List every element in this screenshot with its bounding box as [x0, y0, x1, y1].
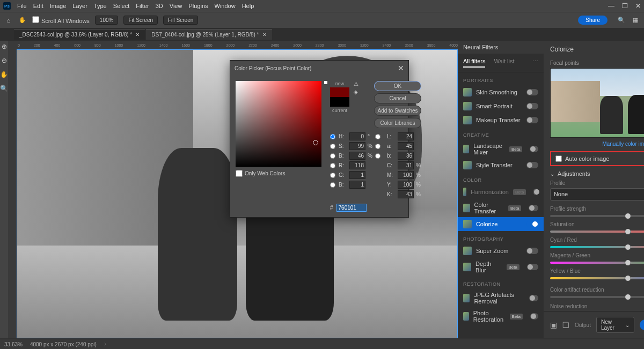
workspace-icon[interactable]: ▦ [631, 17, 640, 24]
scroll-all-windows-checkbox[interactable]: Scroll All Windows [32, 16, 90, 24]
h-radio[interactable] [330, 134, 335, 139]
tab-wait-list[interactable]: Wait list [494, 58, 514, 68]
add-swatches-button[interactable]: Add to Swatches [374, 106, 421, 116]
k-input[interactable] [398, 190, 414, 198]
menu-edit[interactable]: Edit [33, 3, 43, 9]
menu-image[interactable]: Image [50, 3, 67, 9]
filter-super-zoom[interactable]: Super Zoom [458, 244, 544, 258]
toggle[interactable] [530, 313, 538, 320]
status-chevron-icon[interactable]: 〉 [104, 341, 108, 347]
g-radio[interactable] [330, 173, 335, 178]
artifact-slider[interactable] [550, 296, 644, 298]
menu-type[interactable]: Type [94, 3, 107, 9]
picker-ok-button[interactable]: OK [374, 81, 421, 91]
toggle[interactable] [527, 264, 538, 270]
close-tab-icon[interactable]: ✕ [262, 32, 267, 38]
h-input[interactable] [349, 132, 365, 140]
filter-style-transfer[interactable]: Style Transfer [458, 158, 544, 172]
filter-harmonization[interactable]: HarmonizationBeta [458, 185, 544, 199]
l-radio[interactable] [375, 134, 380, 139]
menu-file[interactable]: File [17, 3, 27, 9]
profile-strength-slider[interactable] [550, 215, 644, 217]
hex-input[interactable] [336, 204, 367, 212]
zoom-in-icon[interactable]: ⊕ [2, 43, 7, 50]
toggle[interactable] [530, 146, 538, 152]
toggle[interactable] [526, 221, 538, 227]
document-tab-2[interactable]: DS7_0404-col.jpg @ 25% (Layer 1, RGB/8) … [146, 29, 272, 40]
filter-photo-restoration[interactable]: Photo RestorationBeta [458, 307, 544, 325]
hand-icon[interactable]: ✋ [0, 71, 8, 78]
auto-color-checkbox[interactable] [555, 155, 562, 162]
menu-window[interactable]: Window [215, 3, 236, 9]
profile-select[interactable]: None⌄ [550, 188, 644, 201]
restore-icon[interactable]: ❐ [622, 2, 628, 10]
menu-view[interactable]: View [170, 3, 182, 9]
toggle[interactable] [526, 162, 538, 168]
toggle[interactable] [526, 103, 538, 109]
zoom-out-icon[interactable]: ⊖ [2, 57, 7, 64]
toggle[interactable] [526, 117, 538, 123]
toggle[interactable] [526, 89, 538, 95]
close-icon[interactable]: ✕ [635, 2, 641, 10]
cyan-red-slider[interactable] [550, 246, 644, 248]
filter-colorize[interactable]: Colorize [458, 217, 544, 231]
manually-color-link[interactable]: Manually color image [550, 141, 644, 147]
m-input[interactable] [398, 171, 414, 179]
filter-landscape-mixer[interactable]: Landscape MixerBeta [458, 140, 544, 158]
menu-3d[interactable]: 3D [156, 3, 163, 9]
dialog-close-icon[interactable]: ✕ [398, 64, 404, 72]
a-input[interactable] [398, 142, 414, 150]
minimize-icon[interactable]: — [608, 2, 614, 10]
filter-depth-blur[interactable]: Depth BlurBeta [458, 258, 544, 276]
close-tab-icon[interactable]: ✕ [135, 32, 140, 38]
color-libraries-button[interactable]: Color Libraries [374, 118, 421, 128]
magenta-green-slider[interactable] [550, 262, 644, 264]
toggle[interactable] [529, 205, 538, 211]
share-button[interactable]: Share [578, 16, 608, 25]
more-icon[interactable]: ⋯ [532, 58, 538, 68]
adjustments-header[interactable]: ⌄Adjustments [550, 170, 644, 177]
color-field[interactable] [236, 81, 321, 167]
bv-input[interactable] [349, 181, 365, 189]
toggle[interactable] [529, 295, 538, 301]
layers-icon[interactable]: ❏ [562, 321, 569, 329]
tab-all-filters[interactable]: All filters [463, 58, 486, 68]
filter-color-transfer[interactable]: Color TransferBeta [458, 199, 544, 217]
b-input[interactable] [349, 152, 365, 160]
toggle[interactable] [526, 248, 538, 254]
toggle[interactable] [533, 189, 538, 195]
l-input[interactable] [398, 132, 414, 140]
a-radio[interactable] [375, 144, 380, 149]
hand-tool-icon[interactable]: ✋ [18, 17, 27, 24]
output-select[interactable]: New Layer⌄ [596, 317, 634, 333]
g-input[interactable] [349, 171, 365, 179]
lab-b-radio[interactable] [375, 153, 380, 159]
menu-layer[interactable]: Layer [72, 3, 87, 9]
filter-smart-portrait[interactable]: Smart Portrait [458, 99, 544, 113]
search-icon[interactable]: 🔍 [617, 17, 626, 24]
document-tab-1[interactable]: _DSC2543-col.jpg @ 33,6% (Layer 0, RGB/8… [14, 29, 145, 40]
lab-b-input[interactable] [398, 152, 414, 160]
zoom-level-button[interactable]: 100% [95, 16, 119, 25]
menu-help[interactable]: Help [242, 3, 254, 9]
web-colors-checkbox[interactable] [236, 170, 243, 177]
filter-skin-smoothing[interactable]: Skin Smoothing [458, 85, 544, 99]
ok-button[interactable]: OK [640, 320, 644, 330]
menu-plugins[interactable]: Plugins [188, 3, 208, 9]
websafe-warning-icon[interactable]: ◈ [354, 89, 358, 95]
picker-cancel-button[interactable]: Cancel [374, 93, 421, 103]
s-input[interactable] [349, 142, 365, 150]
fit-screen-button[interactable]: Fit Screen [123, 16, 158, 25]
home-icon[interactable]: ⌂ [4, 17, 13, 24]
s-radio[interactable] [330, 144, 335, 149]
bv-radio[interactable] [330, 182, 335, 188]
y-input[interactable] [398, 181, 414, 189]
r-radio[interactable] [330, 163, 335, 168]
b-radio[interactable] [330, 153, 335, 159]
saturation-slider[interactable] [550, 231, 644, 233]
r-input[interactable] [349, 161, 365, 169]
menu-filter[interactable]: Filter [136, 3, 149, 9]
fill-screen-button[interactable]: Fill Screen [163, 16, 198, 25]
yellow-blue-slider[interactable] [550, 277, 644, 279]
gamut-warning-icon[interactable]: ⚠ [354, 81, 358, 87]
